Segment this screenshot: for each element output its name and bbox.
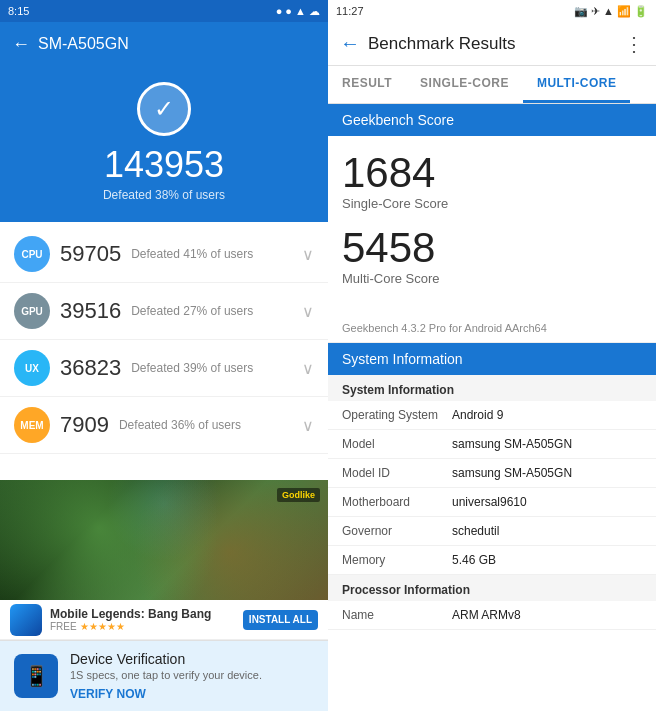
system-info-section-title: System Information — [328, 375, 656, 401]
info-val-motherboard: universal9610 — [452, 495, 642, 509]
info-row-model: Model samsung SM-A505GN — [328, 430, 656, 459]
verify-now-button[interactable]: VERIFY NOW — [70, 687, 314, 701]
game-ad-block: Godlike Mobile Legends: Bang Bang FREE ★… — [0, 480, 328, 640]
info-row-name: Name ARM ARMv8 — [328, 601, 656, 630]
right-status-bar: 11:27 📷 ✈ ▲ 📶 🔋 — [328, 0, 656, 22]
info-key-model-id: Model ID — [342, 466, 452, 480]
multi-core-label: Multi-Core Score — [342, 271, 642, 286]
mem-chevron-icon: ∨ — [302, 416, 314, 435]
right-back-button[interactable]: ← — [340, 32, 360, 55]
info-row-motherboard: Motherboard universal9610 — [328, 488, 656, 517]
gpu-badge: GPU — [14, 293, 50, 329]
info-row-os: Operating System Android 9 — [328, 401, 656, 430]
single-core-block: 1684 Single-Core Score — [342, 152, 642, 211]
ux-desc: Defeated 39% of users — [131, 361, 302, 375]
info-val-name: ARM ARMv8 — [452, 608, 642, 622]
right-header: ← Benchmark Results ⋮ — [328, 22, 656, 66]
geekbench-section-header: Geekbench Score — [328, 104, 656, 136]
mem-desc: Defeated 36% of users — [119, 418, 302, 432]
ad-app-title: Mobile Legends: Bang Bang — [50, 607, 211, 621]
info-val-governor: schedutil — [452, 524, 642, 538]
right-time: 11:27 — [336, 5, 364, 17]
benchmark-scores: 1684 Single-Core Score 5458 Multi-Core S… — [328, 136, 656, 318]
gpu-value: 39516 — [60, 298, 121, 324]
install-button[interactable]: INSTALL ALL — [243, 610, 318, 630]
tab-multi-core[interactable]: MULTI-CORE — [523, 66, 630, 103]
single-core-score: 1684 — [342, 152, 642, 194]
verify-subtitle: 1S specs, one tap to verify your device. — [70, 669, 314, 681]
info-val-model-id: samsung SM-A505GN — [452, 466, 642, 480]
system-info-header: System Information — [328, 343, 656, 375]
gpu-chevron-icon: ∨ — [302, 302, 314, 321]
tab-result[interactable]: RESULT — [328, 66, 406, 103]
info-row-memory: Memory 5.46 GB — [328, 546, 656, 575]
info-key-memory: Memory — [342, 553, 452, 567]
cpu-badge: CPU — [14, 236, 50, 272]
info-key-motherboard: Motherboard — [342, 495, 452, 509]
verify-phone-icon: 📱 — [24, 664, 49, 688]
info-key-name: Name — [342, 608, 452, 622]
tab-single-core[interactable]: SINGLE-CORE — [406, 66, 523, 103]
info-key-model: Model — [342, 437, 452, 451]
metric-row-cpu[interactable]: CPU 59705 Defeated 41% of users ∨ — [0, 226, 328, 283]
geekbench-version-note: Geekbench 4.3.2 Pro for Android AArch64 — [328, 318, 656, 343]
ad-app-info: Mobile Legends: Bang Bang FREE ★★★★★ — [50, 607, 211, 632]
multi-core-score: 5458 — [342, 227, 642, 269]
geekbench-section-label: Geekbench Score — [342, 112, 454, 128]
left-time: 8:15 — [8, 5, 29, 17]
ux-value: 36823 — [60, 355, 121, 381]
info-row-model-id: Model ID samsung SM-A505GN — [328, 459, 656, 488]
ux-badge: UX — [14, 350, 50, 386]
ad-stars: ★★★★★ — [80, 621, 125, 632]
ad-free-label: FREE — [50, 621, 77, 632]
device-name: SM-A505GN — [38, 35, 129, 53]
verify-text-block: Device Verification 1S specs, one tap to… — [70, 651, 314, 701]
metric-row-mem[interactable]: MEM 7909 Defeated 36% of users ∨ — [0, 397, 328, 454]
system-info-label: System Information — [342, 351, 463, 367]
info-val-memory: 5.46 GB — [452, 553, 642, 567]
score-circle-icon: ✓ — [137, 82, 191, 136]
left-status-bar: 8:15 ● ● ▲ ☁ — [0, 0, 328, 22]
tabs-bar: RESULT SINGLE-CORE MULTI-CORE — [328, 66, 656, 104]
mem-badge: MEM — [14, 407, 50, 443]
single-core-label: Single-Core Score — [342, 196, 642, 211]
verify-title: Device Verification — [70, 651, 314, 667]
metrics-list: CPU 59705 Defeated 41% of users ∨ GPU 39… — [0, 222, 328, 480]
page-title: Benchmark Results — [368, 34, 616, 54]
main-score-subtitle: Defeated 38% of users — [103, 188, 225, 202]
main-score: 143953 — [104, 144, 224, 186]
mem-value: 7909 — [60, 412, 109, 438]
info-key-governor: Governor — [342, 524, 452, 538]
back-button[interactable]: ← — [12, 34, 30, 55]
device-verify-section: 📱 Device Verification 1S specs, one tap … — [0, 640, 328, 711]
processor-info-section-title: Processor Information — [328, 575, 656, 601]
cpu-chevron-icon: ∨ — [302, 245, 314, 264]
cpu-value: 59705 — [60, 241, 121, 267]
score-section: ✓ 143953 Defeated 38% of users — [0, 66, 328, 222]
info-row-governor: Governor schedutil — [328, 517, 656, 546]
left-header: ← SM-A505GN — [0, 22, 328, 66]
gpu-desc: Defeated 27% of users — [131, 304, 302, 318]
more-options-icon[interactable]: ⋮ — [624, 32, 644, 56]
cpu-desc: Defeated 41% of users — [131, 247, 302, 261]
verify-icon: 📱 — [14, 654, 58, 698]
multi-core-block: 5458 Multi-Core Score — [342, 227, 642, 286]
godlike-label: Godlike — [277, 488, 320, 502]
info-val-model: samsung SM-A505GN — [452, 437, 642, 451]
info-key-os: Operating System — [342, 408, 452, 422]
left-status-icons: ● ● ▲ ☁ — [276, 5, 320, 18]
ad-app-subtitle: FREE ★★★★★ — [50, 621, 211, 632]
ad-banner[interactable]: Mobile Legends: Bang Bang FREE ★★★★★ INS… — [0, 600, 328, 640]
left-panel: 8:15 ● ● ▲ ☁ ← SM-A505GN ✓ 143953 Defeat… — [0, 0, 328, 711]
metric-row-gpu[interactable]: GPU 39516 Defeated 27% of users ∨ — [0, 283, 328, 340]
game-screenshot: Godlike — [0, 480, 328, 600]
right-status-icons: 📷 ✈ ▲ 📶 🔋 — [574, 5, 648, 18]
metric-row-ux[interactable]: UX 36823 Defeated 39% of users ∨ — [0, 340, 328, 397]
right-panel: 11:27 📷 ✈ ▲ 📶 🔋 ← Benchmark Results ⋮ RE… — [328, 0, 656, 711]
ux-chevron-icon: ∨ — [302, 359, 314, 378]
ad-app-icon — [10, 604, 42, 636]
info-val-os: Android 9 — [452, 408, 642, 422]
info-table: System Information Operating System Andr… — [328, 375, 656, 711]
